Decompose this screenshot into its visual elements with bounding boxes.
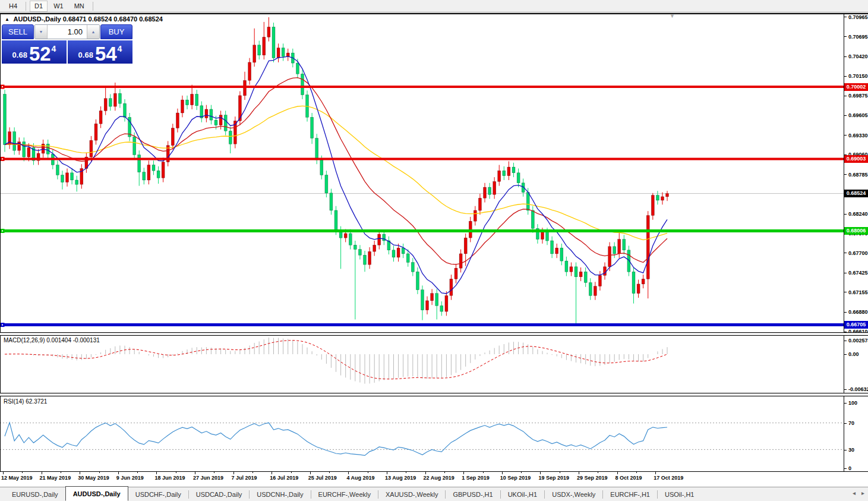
symbol-tab-eurchf[interactable]: EURCHF-,Weekly — [311, 488, 378, 501]
date-label: 29 Sep 2019 — [577, 475, 608, 481]
timeframe-button-w1[interactable]: W1 — [49, 1, 68, 12]
triangle-up-icon: ▲ — [91, 30, 96, 34]
chart-left-border — [0, 14, 1, 471]
rsi-axis-label: 30 — [848, 447, 854, 453]
symbol-tab-ukoil[interactable]: UKOil-,H1 — [501, 488, 545, 501]
rsi-axis-label: 0 — [848, 465, 851, 471]
price-tick — [844, 174, 847, 175]
chart-canvas[interactable] — [0, 0, 868, 501]
symbol-tab-usdx[interactable]: USDX-,Weekly — [545, 488, 602, 501]
date-subtick — [22, 472, 23, 473]
date-subtick — [636, 472, 637, 473]
price-axis-label: 0.68785 — [848, 172, 868, 178]
date-label: 9 Jun 2019 — [116, 475, 144, 481]
chart-tabs-bar: EURUSD-,DailyAUDUSD-,DailyUSDCHF-,DailyU… — [0, 487, 868, 501]
date-label: 4 Aug 2019 — [346, 475, 374, 481]
price-tick — [844, 253, 847, 253]
volume-increase-button[interactable]: ▲ — [87, 25, 99, 39]
price-axis-label: 0.69330 — [848, 133, 868, 138]
date-tick — [272, 472, 272, 474]
volume-input[interactable]: 1.00 — [48, 25, 87, 39]
volume-decrease-button[interactable]: ▼ — [35, 25, 48, 39]
date-tick — [655, 472, 656, 474]
timeframe-button-d1[interactable]: D1 — [30, 1, 48, 12]
price-badge: 0.69003 — [844, 155, 868, 163]
price-badge: 0.68006 — [844, 227, 868, 235]
rsi-axis-label: 70 — [848, 420, 854, 426]
buy-price-pip: 4 — [118, 44, 122, 53]
symbol-name: AUDUSD-,Daily — [14, 15, 61, 23]
macd-tick — [844, 354, 847, 355]
timeframe-button-h4[interactable]: H4 — [4, 1, 22, 12]
timeframe-toolbar: H4D1W1MN — [0, 0, 868, 12]
price-tick — [844, 17, 847, 17]
date-subtick — [252, 472, 253, 473]
date-label: 7 Jul 2019 — [232, 475, 257, 481]
price-tick — [844, 273, 847, 273]
date-subtick — [598, 472, 598, 473]
date-tick — [540, 472, 541, 474]
symbol-tab-eurchf[interactable]: EURCHF-,H1 — [603, 488, 657, 501]
symbol-tab-xauusd[interactable]: XAUUSD-,Weekly — [378, 488, 445, 501]
date-tick — [233, 472, 234, 474]
date-subtick — [329, 472, 330, 473]
date-subtick — [137, 472, 138, 473]
tabs-scroll-left-icon[interactable]: ◂ — [853, 490, 856, 496]
date-tick — [617, 472, 618, 474]
buy-button[interactable]: BUY — [100, 24, 132, 39]
price-tick — [844, 214, 847, 215]
date-subtick — [483, 472, 484, 473]
date-label: 22 Aug 2019 — [424, 475, 454, 481]
price-badge: 0.70002 — [844, 83, 868, 91]
price-axis-label: 0.67425 — [848, 270, 868, 276]
date-tick — [195, 472, 195, 474]
date-label: 19 Sep 2019 — [538, 475, 569, 481]
date-subtick — [406, 472, 406, 473]
buy-price-display[interactable]: 0.68544 — [68, 40, 132, 64]
buy-price-prefix: 0.68 — [78, 51, 93, 59]
symbol-tab-eurusd[interactable]: EURUSD-,Daily — [5, 488, 65, 501]
rsi-tick — [844, 423, 847, 424]
price-tick — [844, 292, 847, 292]
price-badge: 0.66705 — [844, 321, 868, 329]
price-axis-label: 0.66880 — [848, 309, 868, 315]
date-label: 18 Jun 2019 — [154, 475, 185, 481]
date-label: 10 Sep 2019 — [500, 475, 531, 481]
tabs-scroll-right-icon[interactable]: ▸ — [861, 490, 864, 496]
panel-divider — [0, 335, 868, 336]
date-tick — [425, 472, 426, 474]
rsi-tick — [844, 403, 847, 404]
date-subtick — [368, 472, 368, 473]
macd-axis-label: 0.002574 — [848, 338, 868, 344]
date-subtick — [521, 472, 522, 473]
chart-shift-marker-icon[interactable]: ▼ — [670, 13, 675, 19]
date-tick — [579, 472, 579, 474]
collapse-panel-icon[interactable]: ▲ — [5, 17, 10, 22]
price-axis-label: 0.67155 — [848, 289, 868, 295]
date-subtick — [176, 472, 176, 473]
symbol-tab-usdcnh[interactable]: USDCNH-,Daily — [250, 488, 310, 501]
date-label: 12 May 2019 — [1, 475, 33, 481]
macd-tick — [844, 389, 847, 390]
price-axis-label: 0.70965 — [848, 14, 868, 20]
sell-price-display[interactable]: 0.68524 — [2, 40, 67, 64]
price-tick — [844, 76, 847, 77]
date-label: 25 Jul 2019 — [308, 475, 337, 481]
date-tick — [502, 472, 503, 474]
symbol-tab-usdchf[interactable]: USDCHF-,Daily — [128, 488, 188, 501]
date-tick — [118, 472, 119, 474]
price-axis-label: 0.70420 — [848, 53, 868, 59]
date-subtick — [560, 472, 560, 473]
symbol-tab-usoil[interactable]: USOil-,H1 — [658, 488, 702, 501]
symbol-tab-audusd[interactable]: AUDUSD-,Daily — [65, 486, 128, 501]
rsi-axis-label: 100 — [848, 400, 857, 406]
toolbar-separator — [26, 2, 26, 11]
sell-button[interactable]: SELL — [2, 24, 34, 39]
volume-spinner: ▼ 1.00 ▲ — [34, 24, 100, 39]
price-axis-label: 0.69605 — [848, 112, 868, 118]
symbol-tab-usdcad[interactable]: USDCAD-,Daily — [189, 488, 250, 501]
sell-price-prefix: 0.68 — [12, 51, 27, 59]
timeframe-button-mn[interactable]: MN — [70, 1, 89, 12]
price-axis-label: 0.70150 — [848, 73, 868, 79]
symbol-tab-gbpusd[interactable]: GBPUSD-,H1 — [446, 488, 500, 501]
